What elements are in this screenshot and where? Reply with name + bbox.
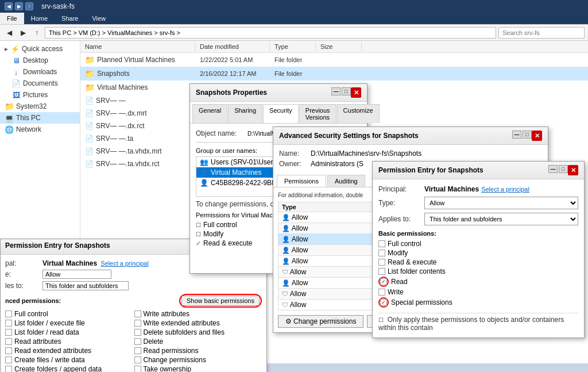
sidebar-item-documents[interactable]: 📄 Documents	[0, 78, 80, 89]
back-icon[interactable]: ◀	[5, 2, 13, 10]
type-display: Allow	[42, 270, 111, 279]
adv-perm-row: Create files / write data	[5, 356, 133, 364]
readexecute-checkbox[interactable]	[378, 259, 385, 266]
maximize-button[interactable]: □	[523, 131, 532, 139]
adv-writeextattr-cb[interactable]	[134, 320, 141, 327]
tab-previous-versions[interactable]: Previous Versions	[299, 104, 336, 123]
sidebar-item-pictures[interactable]: 🖼 Pictures	[0, 89, 80, 101]
tab-view[interactable]: View	[85, 13, 113, 24]
sidebar-item-desktop[interactable]: 🖥 Desktop	[0, 55, 80, 66]
nav-back-btn[interactable]: ◀	[3, 27, 15, 39]
modify-checkbox[interactable]	[378, 250, 385, 256]
maximize-button[interactable]: □	[342, 87, 351, 95]
address-bar: ◀ ▶ ↑ This PC > VM (D:) > VirtualMachine…	[0, 25, 588, 41]
sidebar-item-downloads[interactable]: ↓ Downloads	[0, 66, 80, 78]
adv-perm-row: Read attributes	[5, 338, 133, 346]
show-basic-permissions-button[interactable]: Show basic permissions	[181, 296, 260, 306]
adv-readattr-cb[interactable]	[5, 338, 12, 345]
up-icon[interactable]: ↑	[25, 2, 33, 10]
applies-to-dropdown[interactable]: This folder and subfolders	[424, 213, 578, 225]
change-permissions-button[interactable]: ⚙ Change permissions	[278, 315, 363, 328]
perm-row-modify: Modify	[378, 248, 578, 258]
ribbon: File Home Share View	[0, 13, 588, 25]
adv-perm-row: Create folders / append data	[5, 365, 133, 372]
tab-auditing[interactable]: Auditing	[327, 175, 365, 187]
adv-createwrite-cb[interactable]	[5, 356, 12, 363]
perm-row-write: Write	[378, 287, 578, 297]
adv-deletesubfolders-cb[interactable]	[134, 329, 141, 336]
tab-permissions[interactable]: Permissions	[277, 175, 326, 187]
adv-writeattr-cb[interactable]	[134, 310, 141, 317]
adv-security-title: Advanced Security Settings for Snapshots…	[273, 127, 548, 145]
read-checkbox[interactable]: ✓	[380, 278, 387, 285]
tab-file[interactable]: File	[0, 13, 24, 24]
tab-general[interactable]: General	[192, 104, 227, 123]
col-type[interactable]: Type	[270, 42, 316, 51]
props-tabs: General Sharing Security Previous Versio…	[190, 102, 367, 124]
adv-changeperms-cb[interactable]	[134, 356, 141, 363]
title-bar: ◀ ▶ ↑ srv-sask-fs	[0, 0, 588, 13]
table-row[interactable]: 📁Planned Virtual Machines 1/22/2022 5:01…	[80, 53, 588, 67]
minimize-button[interactable]: —	[512, 131, 521, 139]
perm-entry-title: Permission Entry for Snapshots — □ ✕	[373, 162, 584, 179]
adv-readperms-cb[interactable]	[134, 347, 141, 354]
adv-perm-row: List folder / read data	[5, 328, 133, 336]
col-type-header: Type	[278, 202, 373, 212]
permission-entry-dialog: Permission Entry for Snapshots — □ ✕ Pri…	[372, 161, 585, 338]
col-date[interactable]: Date modified	[195, 42, 270, 51]
nav-up-btn[interactable]: ↑	[31, 27, 42, 39]
forward-icon[interactable]: ▶	[15, 2, 23, 10]
fullcontrol-checkbox[interactable]	[378, 240, 385, 247]
sidebar-item-quickaccess[interactable]: ▶ ⚡ Quick access	[0, 43, 80, 55]
adv-takeown-cb[interactable]	[134, 366, 141, 372]
window-title: srv-sask-fs	[41, 2, 75, 10]
adv-perm-row: Change permissions	[134, 356, 262, 364]
adv-perm-row: Write attributes	[134, 310, 262, 318]
special-checkbox[interactable]: ✓	[380, 299, 387, 306]
select-principal-link-bg[interactable]: Select a principal	[100, 260, 149, 267]
col-size[interactable]: Size	[316, 42, 362, 51]
adv-perm-row: Take ownership	[134, 365, 262, 372]
adv-listexec-cb[interactable]	[5, 320, 12, 327]
tab-security[interactable]: Security	[263, 104, 299, 123]
nav-forward-btn[interactable]: ▶	[17, 27, 29, 39]
col-name[interactable]: Name	[80, 42, 195, 51]
address-path[interactable]: This PC > VM (D:) > VirtualMachines > sr…	[45, 27, 496, 39]
adv-delete-cb[interactable]	[134, 338, 141, 345]
close-button[interactable]: ✕	[568, 165, 578, 175]
adv-perm-row: Write extended attributes	[134, 319, 262, 327]
tab-customize[interactable]: Customize	[337, 104, 380, 123]
appliesto-display: This folder and subfolders	[42, 281, 129, 290]
sidebar-item-thispc[interactable]: 💻 This PC	[0, 112, 80, 124]
perm-row-special: ✓ Special permissions	[378, 297, 578, 308]
adv-readextattr-cb[interactable]	[5, 347, 12, 354]
minimize-button[interactable]: —	[331, 87, 341, 95]
perm-row-readexecute: Read & execute	[378, 258, 578, 267]
maximize-button[interactable]: □	[559, 165, 568, 173]
adv-createfolder-cb[interactable]	[5, 366, 12, 372]
sidebar-item-system32[interactable]: 📁 System32	[0, 101, 80, 112]
listfolder-checkbox[interactable]	[378, 268, 385, 275]
adv-fullcontrol-cb[interactable]	[5, 310, 12, 317]
file-list-header: Name Date modified Type Size	[80, 41, 588, 53]
adv-perm-row: Full control	[5, 310, 133, 318]
adv-listread-cb[interactable]	[5, 329, 12, 336]
perm-row-read: ✓ Read	[378, 276, 578, 287]
tab-home[interactable]: Home	[24, 13, 55, 24]
close-button[interactable]: ✕	[351, 87, 361, 98]
search-input[interactable]	[498, 27, 585, 39]
tab-share[interactable]: Share	[55, 13, 85, 24]
adv-perm-row: Read extended attributes	[5, 347, 133, 355]
select-principal-link[interactable]: Select a principal	[481, 186, 529, 193]
type-dropdown[interactable]: Allow	[424, 197, 578, 209]
close-button[interactable]: ✕	[532, 131, 542, 141]
snapshots-props-title: Snapshots Properties — □ ✕	[190, 84, 367, 102]
write-checkbox[interactable]	[378, 289, 385, 296]
adv-perm-row: Delete	[134, 338, 262, 346]
minimize-button[interactable]: —	[548, 165, 558, 173]
table-row[interactable]: 📁Snapshots 2/16/2022 12:17 AM File folde…	[80, 67, 588, 80]
tab-sharing[interactable]: Sharing	[228, 104, 262, 123]
adv-perm-row: Read permissions	[134, 347, 262, 355]
sidebar-item-network[interactable]: 🌐 Network	[0, 124, 80, 135]
adv-perm-row: Delete subfolders and files	[134, 328, 262, 336]
